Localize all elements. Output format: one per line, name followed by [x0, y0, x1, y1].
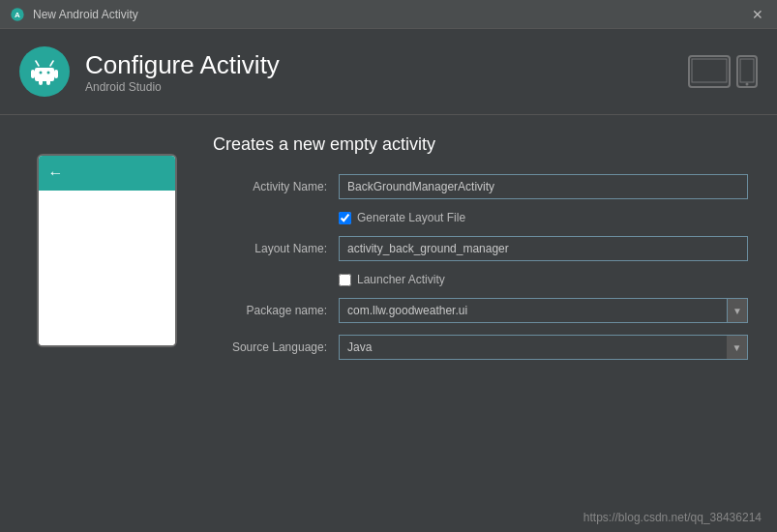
generate-layout-row: Generate Layout File	[339, 211, 748, 224]
source-language-select[interactable]: Java Kotlin	[339, 335, 727, 360]
source-language-arrow-icon: ▼	[727, 335, 748, 360]
phone-icon	[736, 55, 758, 88]
phone-preview: ←	[29, 154, 184, 371]
title-bar: A New Android Activity ✕	[0, 0, 777, 29]
form-section: Creates a new empty activity Activity Na…	[213, 134, 748, 371]
phone-mockup: ←	[37, 154, 177, 347]
launcher-activity-row: Launcher Activity	[339, 273, 748, 286]
svg-rect-6	[39, 78, 43, 85]
header: Configure Activity Android Studio	[0, 29, 777, 115]
svg-rect-4	[31, 70, 35, 78]
svg-rect-5	[54, 70, 58, 78]
phone-body	[39, 191, 175, 345]
layout-name-input[interactable]	[339, 236, 748, 261]
svg-point-10	[40, 72, 43, 74]
activity-name-row: Activity Name:	[213, 174, 748, 199]
page-subtitle: Android Studio	[85, 80, 280, 94]
device-icons	[688, 55, 758, 88]
title-bar-left: A New Android Activity	[10, 7, 138, 22]
package-name-row: Package name: ▼	[213, 298, 748, 323]
close-button[interactable]: ✕	[748, 5, 767, 24]
generate-layout-label: Generate Layout File	[357, 211, 465, 224]
tablet-icon	[688, 55, 731, 88]
activity-name-input[interactable]	[339, 174, 748, 199]
package-name-field: ▼	[339, 298, 748, 323]
footer-url: https://blog.csdn.net/qq_38436214	[583, 511, 762, 524]
form-description: Creates a new empty activity	[213, 134, 748, 155]
android-small-icon: A	[10, 7, 25, 22]
svg-point-11	[47, 72, 50, 74]
generate-layout-checkbox[interactable]	[339, 212, 351, 224]
layout-name-row: Layout Name:	[213, 236, 748, 261]
launcher-activity-label: Launcher Activity	[357, 273, 445, 286]
title-bar-label: New Android Activity	[33, 8, 138, 21]
back-arrow-icon: ←	[48, 164, 64, 182]
svg-rect-13	[692, 59, 727, 82]
header-titles: Configure Activity Android Studio	[85, 50, 280, 94]
package-name-input[interactable]	[339, 298, 727, 323]
svg-rect-7	[46, 78, 50, 85]
layout-name-label: Layout Name:	[213, 242, 339, 255]
phone-status-bar: ←	[39, 156, 175, 191]
svg-rect-3	[35, 68, 54, 81]
svg-text:A: A	[15, 10, 20, 18]
svg-rect-15	[740, 59, 754, 82]
package-name-dropdown-btn[interactable]: ▼	[727, 298, 748, 323]
package-name-label: Package name:	[213, 304, 339, 317]
source-language-label: Source Language:	[213, 340, 339, 354]
android-logo	[19, 46, 70, 97]
source-language-wrapper: Java Kotlin ▼	[339, 335, 748, 360]
launcher-activity-checkbox[interactable]	[339, 274, 351, 286]
page-title: Configure Activity	[85, 50, 280, 80]
main-content: ← Creates a new empty activity Activity …	[0, 115, 777, 391]
svg-point-16	[746, 83, 749, 86]
header-left: Configure Activity Android Studio	[19, 46, 280, 97]
source-language-row: Source Language: Java Kotlin ▼	[213, 335, 748, 360]
activity-name-label: Activity Name:	[213, 180, 339, 193]
